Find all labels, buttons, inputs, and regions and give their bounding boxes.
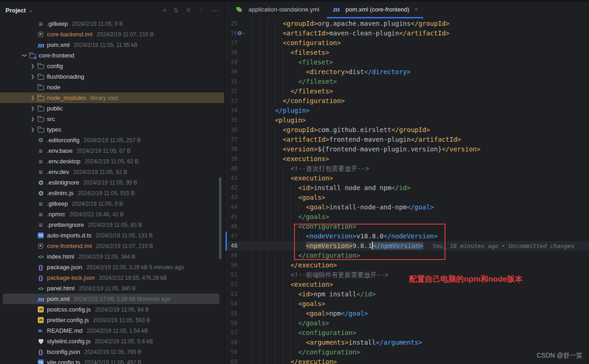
line-number: 31 (225, 77, 237, 87)
tree-item-index.html[interactable]: <>index.html2024/2/19 11:05, 384 B (0, 251, 224, 262)
code-line-41[interactable]: 41 <execution> (225, 173, 589, 183)
tree-item-node_modules[interactable]: ❯node_moduleslibrary root (0, 92, 224, 103)
tab-pom.xml[interactable]: mpom.xml (core-frontend)× (326, 0, 424, 18)
code-line-33[interactable]: 33 </configuration> (225, 96, 589, 106)
tree-item-.eslintrc.js[interactable]: .eslintrc.js2024/2/19 11:05, 915 B (0, 188, 224, 198)
tree-item-.prettierignore[interactable]: ≡.prettierignore2024/2/19 11:05, 83 B (0, 220, 224, 230)
folder-icon (37, 84, 45, 91)
chevron-right-icon[interactable]: ❯ (29, 64, 37, 69)
code-token: install (349, 339, 376, 346)
code-line-47[interactable]: 47 <nodeVersion>v18.8.0</nodeVersion> (225, 231, 589, 241)
maven-navigate-gutter-icon[interactable]: ↗ (238, 30, 243, 36)
code-line-39[interactable]: 39 <executions> (225, 154, 589, 164)
tree-item-.eslintignore[interactable]: .eslintignore2024/2/19 11:05, 95 B (0, 177, 224, 188)
iml-icon (37, 243, 45, 250)
code-line-57[interactable]: 57 <configuration> (225, 328, 589, 338)
hide-panel-icon[interactable]: — (211, 7, 218, 13)
close-icon[interactable]: × (415, 6, 418, 13)
tree-item-pom.xml[interactable]: mpom.xml2024/2/19 11:05, 11.95 kB (0, 40, 224, 50)
tree-item-types[interactable]: ❯types (0, 124, 224, 135)
tree-item-pom.xml[interactable]: mpom.xml2024/2/22 17:06, 2.39 kB Moments… (0, 294, 224, 304)
code-line-53[interactable]: 53 <id>npm install</id> (225, 289, 589, 299)
tree-item-extra: library root (90, 94, 118, 101)
code-token: <goals> (298, 300, 325, 307)
chevron-right-icon[interactable]: ❯ (29, 95, 37, 100)
code-line-51[interactable]: 51 <!--前端组件有更新需要放开--> (225, 270, 589, 280)
code-line-26[interactable]: 26 <artifactId>maven-clean-plugin</artif… (225, 29, 589, 38)
tree-item-tsconfig.json[interactable]: {}tsconfig.json2024/2/19 11:05, 785 B (0, 347, 224, 357)
tree-item-.editorconfig[interactable]: ⚙.editorconfig2024/2/19 11:05, 257 B (0, 135, 224, 145)
code-line-32[interactable]: 32 </filesets> (225, 87, 589, 96)
code-line-49[interactable]: 49 </configuration> (225, 251, 589, 260)
code-line-45[interactable]: 45 </goals> (225, 212, 589, 222)
code-line-55[interactable]: 55 <goal>npm</goal> (225, 309, 589, 318)
code-line-34[interactable]: 34 </plugin> (225, 106, 589, 116)
tree-item-.env.dev[interactable]: ≡.env.dev2024/2/19 11:05, 62 B (0, 167, 224, 177)
tree-item-postcss.config.js[interactable]: JSpostcss.config.js2024/2/19 11:05, 64 B (0, 304, 224, 315)
code-line-52[interactable]: 52 <execution> (225, 280, 589, 289)
code-line-60[interactable]: 60 </execution> (225, 357, 589, 364)
code-line-46[interactable]: 46 <configuration> (225, 222, 589, 231)
tree-item-label: node (47, 84, 60, 91)
project-panel-title[interactable]: Project ⌄ (6, 7, 33, 14)
code-line-35[interactable]: 35 <plugin> (225, 116, 589, 125)
code-line-56[interactable]: 56 </goals> (225, 318, 589, 328)
code-token: </id> (356, 290, 375, 298)
code-line-31[interactable]: 31 </fileset> (225, 77, 589, 87)
code-token: </version> (442, 145, 480, 153)
tree-item-src[interactable]: ❯src (0, 114, 224, 124)
tree-item-.gitkeep[interactable]: ≡.gitkeep2024/2/19 11:05, 0 B (0, 18, 224, 29)
tree-item-core-frontend[interactable]: ❯core-frontend (0, 50, 224, 61)
tree-item-flushbonading[interactable]: ❯flushbonading (0, 71, 224, 82)
code-line-42[interactable]: 42 <id>install node and npm</id> (225, 183, 589, 193)
code-line-28[interactable]: 28 <filesets> (225, 48, 589, 58)
code-line-58[interactable]: 58 <arguments>install</arguments> (225, 338, 589, 347)
tree-item-package.json[interactable]: {}package.json2024/2/19 11:05, 3.29 kB 5… (0, 262, 224, 272)
tab-application-standalone.yml[interactable]: application-standalone.yml (229, 0, 326, 18)
code-token: 9.8.1 (352, 242, 372, 249)
tree-item-stylelint.config.js[interactable]: stylelint.config.js2024/2/19 11:05, 5.6 … (0, 336, 224, 347)
tree-item-config[interactable]: ❯config (0, 61, 224, 71)
code-line-50[interactable]: 50 </execution> (225, 260, 589, 270)
code-line-37[interactable]: 37 <artifactId>frontend-maven-plugin</ar… (225, 135, 589, 144)
more-options-icon[interactable]: ⋮ (198, 7, 204, 13)
code-line-43[interactable]: 43 <goals> (225, 193, 589, 202)
tree-item-prettier.config.js[interactable]: JSprettier.config.js2024/2/19 11:05, 593… (0, 315, 224, 325)
chevron-right-icon[interactable]: ❯ (29, 127, 37, 132)
chevron-down-icon[interactable]: ❯ (22, 52, 27, 60)
code-line-40[interactable]: 40 <!--首次打包需要放开--> (225, 164, 589, 173)
code-line-30[interactable]: 30 <directory>dist</directory> (225, 67, 589, 77)
expand-all-icon[interactable]: ⇅ (173, 7, 179, 13)
code-line-36[interactable]: 36 <groupId>com.github.eirslett</groupId… (225, 125, 589, 135)
tree-item-node[interactable]: node (0, 82, 224, 92)
tree-item-.env.desktop[interactable]: ≡.env.desktop2024/2/19 11:05, 62 B (0, 156, 224, 167)
code-line-25[interactable]: 25 <groupId>org.apache.maven.plugins</gr… (225, 19, 589, 29)
code-editor[interactable]: ↗ 25 <groupId>org.apache.maven.plugins</… (225, 18, 589, 364)
ts-icon: TS (37, 232, 45, 239)
chevron-right-icon[interactable]: ❯ (29, 74, 37, 79)
chevron-right-icon[interactable]: ❯ (29, 116, 37, 121)
tree-item-public[interactable]: ❯public (0, 103, 224, 114)
tree-item-core-backend.iml[interactable]: core-backend.iml2024/2/19 11:07, 210 B (0, 29, 224, 40)
tree-item-panel.html[interactable]: <>panel.html2024/2/19 11:05, 380 B (0, 283, 224, 294)
chevron-right-icon[interactable]: ❯ (29, 106, 37, 111)
code-line-38[interactable]: 38 <version>${frontend-maven-plugin.vers… (225, 144, 589, 154)
tree-item-.npmrc[interactable]: ≡.npmrc2024/2/22 16:48, 42 B (0, 209, 224, 220)
tree-item-.gitkeep[interactable]: ≡.gitkeep2024/2/19 11:05, 0 B (0, 198, 224, 209)
code-line-44[interactable]: 44 <goal>install-node-and-npm</goal> (225, 202, 589, 212)
tree-item-core-frontend.iml[interactable]: core-frontend.iml2024/2/19 11:07, 210 B (0, 241, 224, 251)
tree-item-.env.base[interactable]: ≡.env.base2024/2/19 11:05, 67 B (0, 145, 224, 156)
collapse-all-icon[interactable]: ✕ (185, 7, 191, 13)
project-tree-scrollbar[interactable] (219, 177, 221, 259)
tree-item-README.md[interactable]: M↓README.md2024/2/19 11:05, 1.54 kB (0, 325, 224, 336)
tree-item-package-lock.json[interactable]: {}package-lock.json2024/2/22 16:55, 476.… (0, 272, 224, 283)
tree-item-auto-imports.d.ts[interactable]: TSauto-imports.d.ts2024/2/19 11:05, 133 … (0, 230, 224, 241)
code-line-54[interactable]: 54 <goals> (225, 299, 589, 309)
code-line-59[interactable]: 59 </configuration> (225, 347, 589, 357)
code-line-29[interactable]: 29 <fileset> (225, 58, 589, 67)
code-line-27[interactable]: 27 <configuration> (225, 38, 589, 48)
locate-file-icon[interactable]: ⌖ (163, 7, 167, 13)
code-line-48[interactable]: 48 <npmVersion>9.8.1</npmVersion>You, 18… (225, 241, 589, 251)
vcs-change-bar[interactable] (225, 231, 227, 251)
tree-item-vite.config.ts[interactable]: TSvite.config.ts2024/2/19 11:05, 492 B (0, 357, 224, 364)
